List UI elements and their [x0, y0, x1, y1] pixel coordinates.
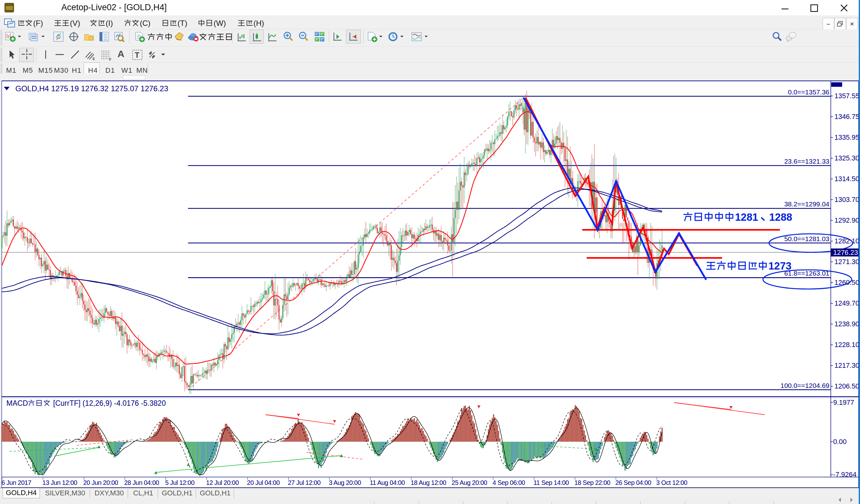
svg-text:E: E — [92, 57, 95, 61]
svg-text:-7.9264: -7.9264 — [833, 471, 857, 478]
svg-text:11 Aug 04:00: 11 Aug 04:00 — [370, 479, 405, 486]
svg-text:12 Jul 20:00: 12 Jul 20:00 — [206, 479, 239, 486]
svg-text:100.0==1204.69: 100.0==1204.69 — [780, 382, 829, 389]
svg-text:1282.10: 1282.10 — [834, 237, 859, 245]
svg-text:1273: 1273 — [769, 260, 791, 272]
svg-text:MACD: MACD — [6, 399, 28, 407]
svg-text:1260.50: 1260.50 — [834, 279, 859, 286]
svg-text:4 Sep 06:00: 4 Sep 06:00 — [492, 479, 525, 486]
svg-text:38.2==1299.04: 38.2==1299.04 — [784, 200, 830, 208]
svg-text:1206.50: 1206.50 — [834, 383, 859, 390]
svg-text:20 Jun 20:00: 20 Jun 20:00 — [83, 479, 118, 486]
svg-text:1228.10: 1228.10 — [834, 341, 859, 349]
svg-text:1271.30: 1271.30 — [834, 258, 859, 266]
svg-text:T: T — [135, 51, 140, 59]
svg-text:1276.23: 1276.23 — [833, 249, 858, 256]
svg-text:1346.75: 1346.75 — [834, 113, 859, 121]
svg-text:11 Sep 14:00: 11 Sep 14:00 — [533, 479, 569, 486]
svg-text:1357.55: 1357.55 — [834, 92, 859, 100]
svg-text:26 Sep 04:00: 26 Sep 04:00 — [615, 479, 651, 486]
svg-text:13 Jun 12:00: 13 Jun 12:00 — [42, 479, 77, 486]
svg-text:1288: 1288 — [769, 211, 792, 223]
svg-text:1281: 1281 — [735, 211, 758, 223]
svg-text:3 Oct 12:00: 3 Oct 12:00 — [656, 479, 688, 486]
svg-text:0.0==1357.36: 0.0==1357.36 — [788, 88, 829, 96]
svg-text:1325.30: 1325.30 — [834, 154, 859, 162]
svg-text:(H): (H) — [254, 19, 264, 27]
svg-text:1249.70: 1249.70 — [834, 299, 859, 307]
svg-text:25 Aug 20:00: 25 Aug 20:00 — [452, 479, 487, 486]
svg-text:3 Aug 20:00: 3 Aug 20:00 — [329, 479, 361, 486]
svg-text:18 Sep 22:00: 18 Sep 22:00 — [574, 479, 611, 486]
svg-text:1217.30: 1217.30 — [834, 362, 859, 369]
svg-text:1292.90: 1292.90 — [834, 217, 859, 224]
svg-text:1335.95: 1335.95 — [834, 134, 859, 141]
svg-text:1303.70: 1303.70 — [834, 196, 859, 204]
svg-text:18 Aug 12:00: 18 Aug 12:00 — [411, 479, 446, 486]
svg-text:F: F — [109, 57, 111, 61]
svg-text:50.0==1281.03: 50.0==1281.03 — [784, 235, 829, 242]
svg-text:6 Jun 2017: 6 Jun 2017 — [1, 479, 31, 486]
svg-text:28 Jun 04:00: 28 Jun 04:00 — [124, 479, 159, 486]
svg-text:9.1977: 9.1977 — [833, 399, 854, 406]
svg-text:27 Jul 12:00: 27 Jul 12:00 — [288, 479, 321, 486]
svg-text:5 Jul 12:00: 5 Jul 12:00 — [165, 479, 195, 486]
svg-text:[CurrTF] (12,26,9) -4.0176 -5.: [CurrTF] (12,26,9) -4.0176 -5.3820 — [51, 399, 166, 407]
svg-text:1314.50: 1314.50 — [834, 175, 859, 183]
svg-text:0.00: 0.00 — [833, 438, 847, 446]
svg-text:23.6==1321.33: 23.6==1321.33 — [784, 158, 829, 165]
svg-text:20 Jul 04:00: 20 Jul 04:00 — [247, 479, 280, 486]
svg-text:GOLD,H4 1275.19 1276.32 1275.: GOLD,H4 1275.19 1276.32 1275.07 1276.23 — [15, 84, 168, 93]
svg-text:1238.90: 1238.90 — [834, 320, 859, 328]
